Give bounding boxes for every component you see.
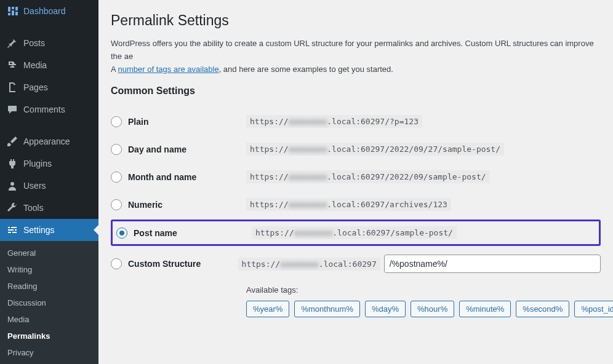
example-custom-prefix: https://xxxxxxxx.local:60297 <box>238 258 380 271</box>
available-tags: %year% %monthnum% %day% %hour% %minute% … <box>246 301 601 317</box>
sidebar-label: Comments <box>23 105 65 114</box>
sidebar-label: Appearance <box>23 136 70 146</box>
example-post-name: https://xxxxxxxx.local:60297/sample-post… <box>252 226 457 239</box>
tag-monthnum[interactable]: %monthnum% <box>294 301 360 317</box>
submenu-item-discussion[interactable]: Discussion <box>0 295 98 311</box>
sidebar-label: Users <box>23 181 46 191</box>
sidebar-item-comments[interactable]: Comments <box>0 98 98 121</box>
radio-numeric[interactable] <box>111 199 122 210</box>
sidebar-item-dashboard[interactable]: Dashboard <box>0 0 98 22</box>
submenu-item-general[interactable]: General <box>0 245 98 261</box>
tag-hour[interactable]: %hour% <box>411 301 454 317</box>
tag-minute[interactable]: %minute% <box>459 301 511 317</box>
sidebar-item-users[interactable]: Users <box>0 175 98 197</box>
dashboard-icon <box>6 5 18 17</box>
sidebar-label: Posts <box>23 38 45 48</box>
radio-plain[interactable] <box>111 116 122 127</box>
submenu-item-writing[interactable]: Writing <box>0 261 98 278</box>
page-description: WordPress offers you the ability to crea… <box>111 38 601 76</box>
sidebar-item-tools[interactable]: Tools <box>0 197 98 219</box>
tag-post-id[interactable]: %post_id% <box>574 301 613 317</box>
sliders-icon <box>6 224 18 236</box>
sidebar-label: Settings <box>23 225 55 235</box>
sidebar-separator <box>0 22 98 32</box>
settings-submenu: General Writing Reading Discussion Media… <box>0 241 98 364</box>
submenu-item-privacy[interactable]: Privacy <box>0 344 98 361</box>
option-label-plain[interactable]: Plain <box>111 116 246 127</box>
option-label-post-name[interactable]: Post name <box>116 228 252 239</box>
available-tags-label: Available tags: <box>246 285 601 295</box>
tags-help-link[interactable]: number of tags are available <box>118 65 219 74</box>
radio-month-name[interactable] <box>111 172 122 183</box>
user-icon <box>6 180 18 192</box>
example-plain: https://xxxxxxxx.local:60297/?p=123 <box>246 115 422 128</box>
sidebar-item-media[interactable]: Media <box>0 54 98 76</box>
comments-icon <box>6 103 18 116</box>
submenu-item-permalinks[interactable]: Permalinks <box>0 328 98 344</box>
submenu-item-reading[interactable]: Reading <box>0 278 98 295</box>
wrench-icon <box>6 202 18 214</box>
section-heading: Common Settings <box>111 85 601 97</box>
sidebar-label: Tools <box>23 203 44 213</box>
radio-day-name[interactable] <box>111 144 122 155</box>
media-icon <box>6 59 18 71</box>
example-day-name: https://xxxxxxxx.local:60297/2022/09/27/… <box>246 143 504 156</box>
sidebar-label: Media <box>23 60 47 70</box>
option-label-custom[interactable]: Custom Structure <box>111 258 238 269</box>
sidebar-item-plugins[interactable]: Plugins <box>0 152 98 175</box>
sidebar-label: Plugins <box>23 159 52 168</box>
sidebar-item-settings[interactable]: Settings <box>0 219 98 241</box>
sidebar-item-appearance[interactable]: Appearance <box>0 130 98 152</box>
option-row-post-name: Post name https://xxxxxxxx.local:60297/s… <box>111 220 601 246</box>
example-month-name: https://xxxxxxxx.local:60297/2022/09/sam… <box>246 170 490 183</box>
sidebar-label: Pages <box>23 82 48 92</box>
option-label-day-name[interactable]: Day and name <box>111 144 246 155</box>
option-row-plain: Plain https://xxxxxxxx.local:60297/?p=12… <box>111 108 601 135</box>
option-row-numeric: Numeric https://xxxxxxxx.local:60297/arc… <box>111 191 601 218</box>
option-row-custom: Custom Structure https://xxxxxxxx.local:… <box>111 247 601 280</box>
tag-second[interactable]: %second% <box>516 301 569 317</box>
submenu-item-media[interactable]: Media <box>0 311 98 328</box>
option-label-month-name[interactable]: Month and name <box>111 172 246 183</box>
pin-icon <box>6 37 18 49</box>
brush-icon <box>6 135 18 148</box>
sidebar-label: Dashboard <box>23 6 66 16</box>
option-label-numeric[interactable]: Numeric <box>111 199 246 210</box>
option-row-day-name: Day and name https://xxxxxxxx.local:6029… <box>111 135 601 163</box>
page-title: Permalink Settings <box>111 12 601 29</box>
sidebar-item-posts[interactable]: Posts <box>0 32 98 54</box>
sidebar-separator <box>0 121 98 130</box>
tag-year[interactable]: %year% <box>246 301 289 317</box>
radio-post-name[interactable] <box>116 228 127 239</box>
admin-sidebar: Dashboard Posts Media Pages Comments App… <box>0 0 98 364</box>
pages-icon <box>6 81 18 93</box>
plug-icon <box>6 157 18 170</box>
main-content: Permalink Settings WordPress offers you … <box>98 0 613 364</box>
option-row-month-name: Month and name https://xxxxxxxx.local:60… <box>111 163 601 191</box>
example-numeric: https://xxxxxxxx.local:60297/archives/12… <box>246 198 451 211</box>
sidebar-item-pages[interactable]: Pages <box>0 76 98 98</box>
tag-day[interactable]: %day% <box>365 301 406 317</box>
custom-structure-input[interactable] <box>384 255 601 273</box>
radio-custom[interactable] <box>111 258 122 269</box>
